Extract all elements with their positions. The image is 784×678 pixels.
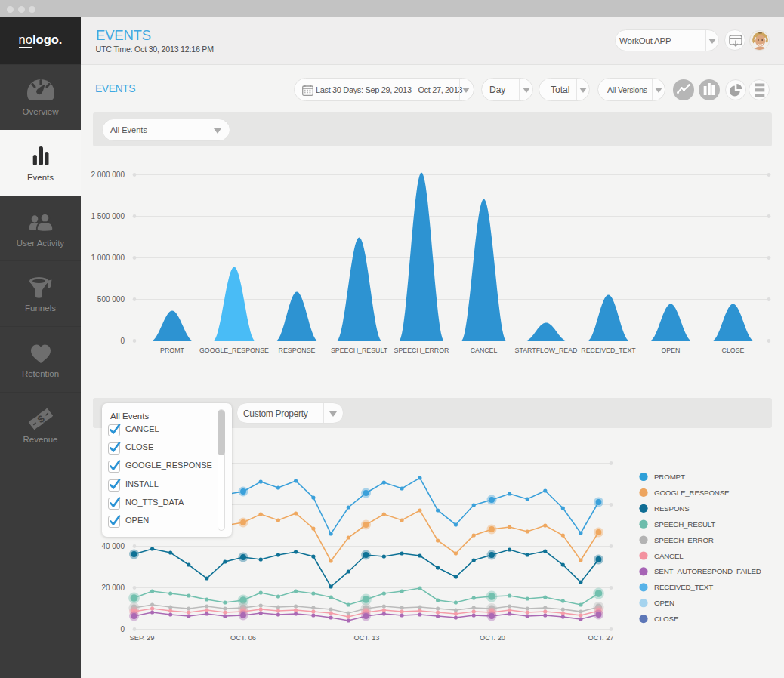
svg-text:PROMT: PROMT — [160, 347, 184, 354]
svg-text:OCT. 27: OCT. 27 — [588, 634, 613, 642]
svg-text:SPEECH_ERROR: SPEECH_ERROR — [654, 536, 714, 544]
svg-text:GOOGLE_RESPONSE: GOOGLE_RESPONSE — [199, 347, 269, 354]
svg-text:OPEN: OPEN — [662, 347, 681, 354]
svg-text:1 500 000: 1 500 000 — [91, 212, 125, 220]
svg-text:RESPONS: RESPONS — [654, 504, 690, 513]
svg-text:0: 0 — [120, 625, 125, 633]
svg-text:RECEIVED_TEXT: RECEIVED_TEXT — [654, 583, 713, 591]
svg-text:RESPONSE: RESPONSE — [279, 347, 316, 354]
svg-text:STARTFLOW_READ: STARTFLOW_READ — [515, 347, 578, 354]
svg-text:RECEIVED_TEXT: RECEIVED_TEXT — [581, 347, 636, 354]
svg-text:CLOSE: CLOSE — [654, 615, 679, 623]
svg-text:OCT. 13: OCT. 13 — [353, 634, 379, 642]
svg-text:GOOGLE_RESPONSE: GOOGLE_RESPONSE — [654, 488, 730, 497]
svg-text:OCT. 20: OCT. 20 — [480, 634, 505, 642]
svg-text:PROMPT: PROMPT — [654, 473, 685, 481]
svg-text:CLOSE: CLOSE — [722, 347, 745, 354]
svg-text:SPEECH_RESULT: SPEECH_RESULT — [331, 347, 388, 354]
svg-text:40 000: 40 000 — [101, 542, 125, 550]
svg-text:20 000: 20 000 — [101, 584, 125, 592]
svg-text:1 000 000: 1 000 000 — [91, 254, 125, 262]
svg-text:SEP. 29: SEP. 29 — [130, 634, 155, 642]
svg-text:500 000: 500 000 — [97, 295, 125, 304]
svg-text:SENT_AUTORESPOND_FAILED: SENT_AUTORESPOND_FAILED — [654, 567, 761, 575]
svg-text:CANCEL: CANCEL — [654, 552, 684, 560]
svg-text:OPEN: OPEN — [654, 599, 674, 607]
svg-text:OCT. 06: OCT. 06 — [230, 634, 256, 642]
svg-text:SPEECH_ERROR: SPEECH_ERROR — [394, 347, 449, 354]
svg-text:SPEECH_RESULT: SPEECH_RESULT — [654, 520, 715, 529]
svg-text:CANCEL: CANCEL — [471, 347, 498, 354]
svg-text:0: 0 — [120, 337, 125, 345]
svg-text:2 000 000: 2 000 000 — [91, 171, 125, 179]
